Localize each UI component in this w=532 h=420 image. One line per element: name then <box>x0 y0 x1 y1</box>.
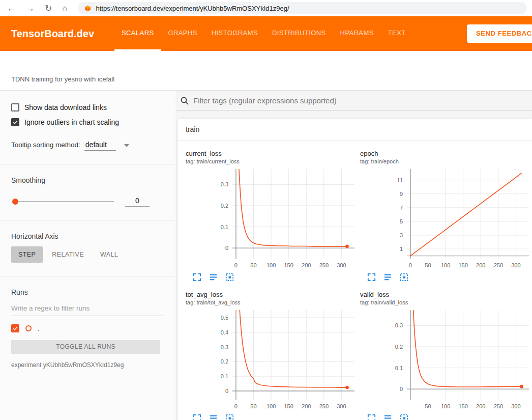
svg-text:0.1: 0.1 <box>395 365 403 371</box>
line-chart[interactable]: 05010015020025030000.10.20.3 <box>208 166 356 271</box>
tab-graphs[interactable]: GRAPHS <box>161 16 204 51</box>
expand-icon[interactable] <box>192 413 202 420</box>
svg-text:50: 50 <box>425 403 431 409</box>
chart-tag: tag: train/current_loss <box>186 158 356 164</box>
tooltip-sorting-value[interactable]: default <box>84 141 116 151</box>
svg-text:250: 250 <box>319 403 329 409</box>
main-content: train current_loss tag: train/current_lo… <box>176 91 532 420</box>
site-favicon <box>84 5 92 12</box>
experiment-bar: TDNN training for yesno with icefall <box>0 51 532 91</box>
expand-icon[interactable] <box>192 272 202 282</box>
chart-tag: tag: train/valid_loss <box>360 299 530 305</box>
slider-thumb[interactable] <box>12 199 18 205</box>
expand-icon[interactable] <box>367 413 376 420</box>
brand-logo[interactable]: TensorBoard.dev <box>11 28 94 40</box>
svg-text:100: 100 <box>441 403 450 409</box>
chart-title: current_loss <box>186 150 356 157</box>
reload-icon[interactable]: ↻ <box>45 4 52 13</box>
smoothing-label: Smoothing <box>11 176 164 184</box>
tab-scalars[interactable]: SCALARS <box>114 16 161 51</box>
svg-text:0.3: 0.3 <box>221 344 228 350</box>
svg-text:11: 11 <box>397 177 403 183</box>
chart-tag: tag: train/epoch <box>360 158 530 164</box>
svg-text:3: 3 <box>400 232 403 238</box>
chart-tag: tag: train/tot_avg_loss <box>186 299 356 305</box>
runs-selector-icon[interactable] <box>383 413 393 420</box>
search-icon <box>180 96 189 105</box>
address-bar[interactable]: https://tensorboard.dev/experiment/yKUbh… <box>78 2 527 14</box>
tag-group-header[interactable]: train <box>178 119 532 141</box>
svg-text:250: 250 <box>494 403 503 409</box>
checkbox-checked-icon[interactable] <box>11 118 19 126</box>
fit-domain-icon[interactable] <box>399 413 409 420</box>
svg-text:0.2: 0.2 <box>395 344 403 350</box>
expand-icon[interactable] <box>367 272 376 282</box>
chart-card-tot-avg-loss: tot_avg_loss tag: train/tot_avg_loss 050… <box>185 291 356 420</box>
smoothing-slider[interactable] <box>13 201 114 202</box>
svg-text:0: 0 <box>400 386 403 392</box>
ignore-outliers-checkbox[interactable]: Ignore outliers in chart scaling <box>11 118 164 126</box>
tooltip-sorting-label: Tooltip sorting method: <box>11 141 80 149</box>
svg-text:300: 300 <box>511 262 520 268</box>
axis-step-button[interactable]: STEP <box>11 246 43 263</box>
svg-text:0.1: 0.1 <box>221 373 228 379</box>
checkbox-unchecked-icon[interactable] <box>11 103 19 111</box>
svg-text:9: 9 <box>400 191 403 197</box>
svg-text:50: 50 <box>425 262 431 268</box>
svg-text:100: 100 <box>267 262 276 268</box>
tab-histograms[interactable]: HISTOGRAMS <box>204 16 265 51</box>
tab-text[interactable]: TEXT <box>381 16 413 51</box>
svg-text:250: 250 <box>319 262 329 268</box>
url-text: https://tensorboard.dev/experiment/yKUbh… <box>96 5 289 12</box>
line-chart[interactable]: 05010015020025030000.10.20.30.40.5 <box>208 307 356 412</box>
svg-text:200: 200 <box>302 403 311 409</box>
runs-regex-input[interactable] <box>11 301 164 316</box>
fit-domain-icon[interactable] <box>225 413 234 420</box>
runs-selector-icon[interactable] <box>209 413 218 420</box>
tag-filter-input[interactable] <box>193 96 532 105</box>
forward-icon[interactable]: → <box>26 4 35 13</box>
svg-text:0: 0 <box>409 262 412 268</box>
line-chart[interactable]: 5010015020025030000.10.20.3 <box>382 307 530 412</box>
tooltip-sorting-select[interactable]: default <box>84 141 129 151</box>
svg-text:0: 0 <box>225 245 228 251</box>
fit-domain-icon[interactable] <box>225 272 234 282</box>
svg-text:150: 150 <box>284 262 293 268</box>
line-chart[interactable]: 0501001502002503001357911 <box>382 166 530 271</box>
svg-text:0: 0 <box>225 388 228 394</box>
chart-title: epoch <box>360 150 530 157</box>
home-icon[interactable]: ⌂ <box>62 4 67 13</box>
tab-hparams[interactable]: HPARAMS <box>333 16 381 51</box>
send-feedback-button[interactable]: SEND FEEDBACK <box>467 24 532 43</box>
chart-title: tot_avg_loss <box>186 291 356 298</box>
smoothing-slider-row: 0 <box>11 197 164 207</box>
smoothing-value-input[interactable]: 0 <box>125 197 150 207</box>
axis-wall-button[interactable]: WALL <box>93 246 125 263</box>
chart-toolbar <box>367 413 530 420</box>
show-download-links-checkbox[interactable]: Show data download links <box>11 103 164 111</box>
tab-distributions[interactable]: DISTRIBUTIONS <box>265 16 333 51</box>
toggle-all-runs-button[interactable]: TOGGLE ALL RUNS <box>11 340 160 354</box>
runs-selector-icon[interactable] <box>209 272 218 282</box>
chevron-down-icon <box>124 144 129 147</box>
checkbox-label: Ignore outliers in chart scaling <box>24 118 119 126</box>
svg-text:1: 1 <box>400 246 403 252</box>
experiment-id-label: experiment yKUbhb5wRmOSXYkId1z9eg <box>11 361 164 369</box>
svg-text:200: 200 <box>302 262 311 268</box>
run-checkbox-checked-icon[interactable] <box>11 324 19 332</box>
axis-relative-button[interactable]: RELATIVE <box>45 246 91 263</box>
back-icon[interactable]: ← <box>7 4 16 13</box>
svg-text:0.1: 0.1 <box>221 224 228 230</box>
svg-text:200: 200 <box>476 403 485 409</box>
chart-title: valid_loss <box>360 291 530 298</box>
runs-selector-icon[interactable] <box>383 272 393 282</box>
browser-chrome: ← → ↻ ⌂ https://tensorboard.dev/experime… <box>0 0 532 16</box>
run-list-item[interactable]: . <box>11 324 164 332</box>
svg-text:150: 150 <box>458 262 467 268</box>
svg-text:250: 250 <box>494 262 503 268</box>
checkbox-label: Show data download links <box>24 103 107 111</box>
horizontal-axis-buttons: STEP RELATIVE WALL <box>11 246 164 263</box>
charts-grid: current_loss tag: train/current_loss 050… <box>178 141 532 420</box>
fit-domain-icon[interactable] <box>399 272 409 282</box>
horizontal-axis-label: Horizontal Axis <box>11 232 164 240</box>
